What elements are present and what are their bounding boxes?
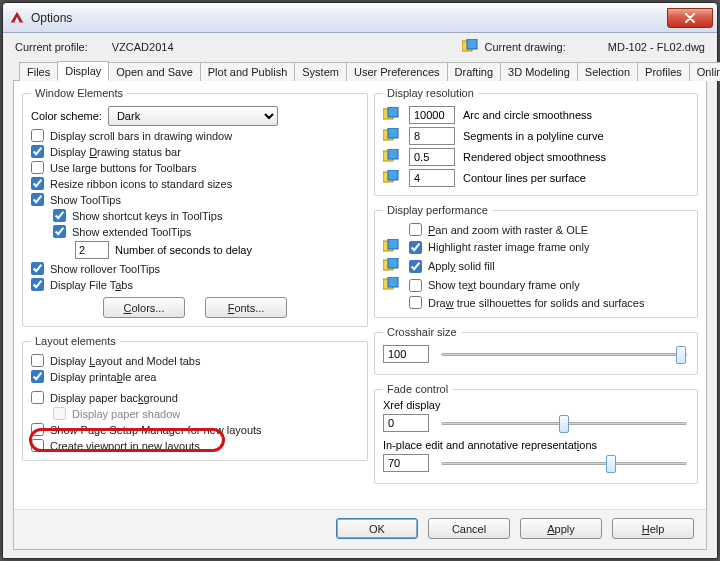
check-show-tooltips[interactable]: Show ToolTips	[31, 193, 121, 206]
window-title: Options	[31, 11, 72, 25]
check-resize-ribbon-input[interactable]	[31, 177, 44, 190]
check-text-boundary[interactable]: Show text boundary frame only	[409, 279, 580, 292]
arc-smoothness-label: Arc and circle smoothness	[463, 109, 592, 121]
crosshair-slider[interactable]	[441, 344, 687, 364]
arc-smoothness-input[interactable]	[409, 106, 455, 124]
tab-files[interactable]: Files	[19, 62, 58, 81]
profile-label: Current profile:	[15, 41, 88, 53]
tab-plot-publish[interactable]: Plot and Publish	[200, 62, 296, 81]
color-scheme-select[interactable]: Dark	[108, 106, 278, 126]
check-create-viewport[interactable]: Create viewport in new layouts	[31, 439, 200, 452]
check-resize-ribbon[interactable]: Resize ribbon icons to standard sizes	[31, 177, 232, 190]
legend-resolution: Display resolution	[383, 87, 478, 99]
contour-label: Contour lines per surface	[463, 172, 586, 184]
group-crosshair: Crosshair size	[374, 326, 698, 375]
dwg-icon	[383, 128, 401, 144]
check-paper-bg-input[interactable]	[31, 391, 44, 404]
check-filetabs[interactable]: Display File Tabs	[31, 278, 133, 291]
check-page-setup[interactable]: Show Page Setup Manager for new layouts	[31, 423, 262, 436]
check-printable-area-input[interactable]	[31, 370, 44, 383]
segments-label: Segments in a polyline curve	[463, 130, 604, 142]
legend-window-elements: Window Elements	[31, 87, 127, 99]
options-dialog: Options Current profile: VZCAD2014 Curre…	[2, 2, 718, 559]
inplace-label: In-place edit and annotative representat…	[383, 439, 689, 451]
check-filetabs-input[interactable]	[31, 278, 44, 291]
check-large-buttons[interactable]: Use large buttons for Toolbars	[31, 161, 197, 174]
tab-user-pref[interactable]: User Preferences	[346, 62, 448, 81]
group-fade: Fade control Xref display In-place edit …	[374, 383, 698, 484]
svg-rect-15	[388, 258, 398, 268]
xref-slider[interactable]	[441, 413, 687, 433]
tab-3d[interactable]: 3D Modeling	[500, 62, 578, 81]
group-display-resolution: Display resolution Arc and circle smooth…	[374, 87, 698, 196]
rendered-input[interactable]	[409, 148, 455, 166]
check-shortcut-keys-input[interactable]	[53, 209, 66, 222]
inplace-slider[interactable]	[441, 453, 687, 473]
check-paper-bg[interactable]: Display paper background	[31, 391, 178, 404]
window-buttons	[668, 8, 713, 28]
dialog-buttons: OK Cancel Apply Help	[14, 509, 706, 549]
svg-rect-7	[388, 128, 398, 138]
ok-button[interactable]: OK	[336, 518, 418, 539]
tab-drafting[interactable]: Drafting	[447, 62, 502, 81]
check-status-bar-input[interactable]	[31, 145, 44, 158]
check-show-tooltips-input[interactable]	[31, 193, 44, 206]
fonts-button[interactable]: Fonts...	[205, 297, 287, 318]
drawing-value: MD-102 - FL02.dwg	[608, 41, 705, 53]
check-highlight-raster[interactable]: Highlight raster image frame only	[409, 241, 589, 254]
close-button[interactable]	[667, 8, 713, 28]
check-rollover[interactable]: Show rollover ToolTips	[31, 262, 160, 275]
color-scheme-label: Color scheme:	[31, 110, 102, 122]
check-status-bar[interactable]: Display Drawing status bar	[31, 145, 181, 158]
dwg-icon	[383, 149, 401, 165]
drawing-label: Current drawing:	[484, 41, 565, 53]
tab-open-save[interactable]: Open and Save	[108, 62, 200, 81]
profile-row: Current profile: VZCAD2014 Current drawi…	[13, 37, 707, 55]
profile-value: VZCAD2014	[112, 41, 174, 53]
check-rollover-input[interactable]	[31, 262, 44, 275]
check-shortcut-keys[interactable]: Show shortcut keys in ToolTips	[53, 209, 222, 222]
dwg-icon	[383, 277, 401, 293]
help-button[interactable]: Help	[612, 518, 694, 539]
check-scrollbars[interactable]: Display scroll bars in drawing window	[31, 129, 232, 142]
tab-display[interactable]: Display	[57, 61, 109, 81]
tab-online[interactable]: Online	[689, 62, 720, 81]
tab-profiles[interactable]: Profiles	[637, 62, 690, 81]
check-layout-model-input[interactable]	[31, 354, 44, 367]
tab-selection[interactable]: Selection	[577, 62, 638, 81]
check-pan-zoom[interactable]: Pan and zoom with raster & OLE	[409, 223, 588, 236]
group-window-elements: Window Elements Color scheme: Dark Displ…	[22, 87, 368, 327]
titlebar: Options	[3, 3, 717, 33]
crosshair-value[interactable]	[383, 345, 429, 363]
colors-button[interactable]: Colors...	[103, 297, 185, 318]
inplace-value[interactable]	[383, 454, 429, 472]
check-page-setup-input[interactable]	[31, 423, 44, 436]
group-layout-elements: Layout elements Display Layout and Model…	[22, 335, 368, 461]
dwg-icon	[462, 39, 478, 55]
check-paper-shadow-input	[53, 407, 66, 420]
check-true-silhouettes[interactable]: Draw true silhouettes for solids and sur…	[409, 296, 644, 309]
tooltip-delay-input[interactable]	[75, 241, 109, 259]
check-large-buttons-input[interactable]	[31, 161, 44, 174]
apply-button[interactable]: Apply	[520, 518, 602, 539]
check-scrollbars-input[interactable]	[31, 129, 44, 142]
check-solid-fill[interactable]: Apply solid fill	[409, 260, 495, 273]
rendered-label: Rendered object smoothness	[463, 151, 606, 163]
check-extended-tooltips-input[interactable]	[53, 225, 66, 238]
check-create-viewport-input[interactable]	[31, 439, 44, 452]
app-icon	[9, 10, 25, 26]
legend-crosshair: Crosshair size	[383, 326, 461, 338]
legend-performance: Display performance	[383, 204, 492, 216]
cancel-button[interactable]: Cancel	[428, 518, 510, 539]
tab-system[interactable]: System	[294, 62, 347, 81]
segments-input[interactable]	[409, 127, 455, 145]
legend-fade: Fade control	[383, 383, 452, 395]
svg-rect-9	[388, 149, 398, 159]
check-layout-model[interactable]: Display Layout and Model tabs	[31, 354, 200, 367]
tabs: Files Display Open and Save Plot and Pub…	[13, 61, 707, 81]
contour-input[interactable]	[409, 169, 455, 187]
check-printable-area[interactable]: Display printable area	[31, 370, 156, 383]
check-extended-tooltips[interactable]: Show extended ToolTips	[53, 225, 191, 238]
xref-value[interactable]	[383, 414, 429, 432]
dwg-icon	[383, 107, 401, 123]
